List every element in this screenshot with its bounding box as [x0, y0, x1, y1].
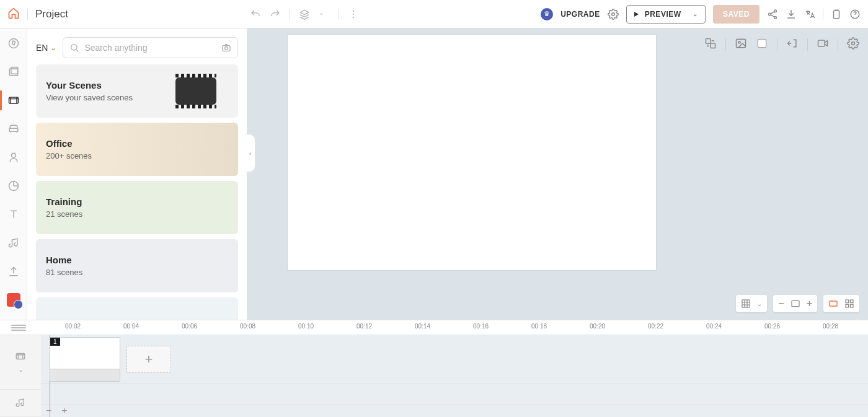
translate-icon[interactable] — [804, 9, 815, 20]
clipboard-icon[interactable] — [831, 9, 842, 20]
share-icon[interactable] — [767, 9, 778, 20]
furniture-icon[interactable] — [6, 121, 21, 136]
scene-category-list[interactable]: Your Scenes View your saved scenes Offic… — [27, 64, 247, 320]
svg-rect-30 — [846, 304, 849, 307]
ruler-tick: 00:28 — [823, 323, 838, 330]
scene-clip-1[interactable]: 1 — [50, 337, 120, 382]
divider — [27, 9, 28, 20]
search-box[interactable] — [63, 37, 238, 58]
upgrade-button[interactable]: UPGRADE — [560, 10, 600, 19]
timeline-ruler[interactable]: 00:0200:0400:0600:0800:1000:1200:1400:16… — [0, 320, 868, 335]
timeline-zoom-in[interactable]: + — [61, 405, 67, 416]
layers-icon[interactable] — [299, 9, 310, 20]
search-input[interactable] — [84, 43, 216, 53]
clip-footer — [50, 369, 120, 381]
compass-icon[interactable] — [6, 36, 21, 51]
upload-icon[interactable] — [6, 264, 21, 279]
card-title: Home — [46, 255, 228, 265]
chevron-down-icon[interactable]: ⌄ — [693, 11, 698, 17]
drag-handle-icon[interactable] — [11, 325, 26, 330]
svg-rect-16 — [223, 46, 230, 51]
background-color-icon[interactable] — [756, 37, 768, 52]
scenes-icon[interactable] — [6, 93, 21, 108]
svg-point-9 — [9, 39, 18, 48]
ruler-tick: 00:22 — [648, 323, 663, 330]
marketplace-icon[interactable] — [6, 292, 21, 307]
more-icon[interactable] — [348, 9, 359, 20]
svg-rect-32 — [16, 353, 25, 359]
scenes-track-icon[interactable] — [15, 351, 26, 362]
svg-rect-23 — [818, 40, 825, 46]
ruler-tick: 00:04 — [123, 323, 139, 330]
zoom-controls[interactable]: − + — [773, 295, 817, 312]
svg-point-4 — [774, 9, 777, 12]
chevron-down-icon: ⌄ — [50, 43, 56, 52]
preview-label: PREVIEW — [645, 10, 681, 19]
canvas[interactable] — [288, 35, 656, 270]
divider — [339, 9, 339, 20]
zoom-in-icon[interactable]: + — [807, 298, 812, 309]
scene-card-office[interactable]: Office 200+ scenes — [36, 123, 238, 176]
timeline-tracks[interactable]: 1 + − + — [41, 335, 868, 417]
collapse-panel-button[interactable]: ‹ — [246, 134, 255, 172]
audio-track[interactable] — [41, 384, 868, 405]
audio-track-icon[interactable] — [15, 397, 26, 408]
language-selector[interactable]: EN ⌄ — [36, 43, 56, 53]
saved-button[interactable]: SAVED — [713, 5, 760, 24]
ruler-tick: 00:06 — [182, 323, 197, 330]
ruler-tick: 00:08 — [240, 323, 255, 330]
svg-rect-11 — [11, 68, 17, 74]
chevron-down-icon[interactable]: ⌄ — [319, 9, 330, 20]
scene-card-home[interactable]: Home 81 scenes — [36, 239, 238, 292]
chevron-down-icon[interactable]: ⌄ — [18, 366, 24, 374]
undo-icon[interactable] — [250, 9, 261, 20]
card-subtitle: 21 scenes — [46, 209, 228, 219]
svg-point-15 — [71, 45, 77, 50]
zoom-out-icon[interactable]: − — [778, 298, 784, 309]
grid-icon — [741, 299, 751, 309]
scene-card-your-scenes[interactable]: Your Scenes View your saved scenes — [36, 64, 238, 118]
ruler-tick: 00:12 — [356, 323, 372, 330]
timeline-zoom-out[interactable]: − — [46, 405, 51, 416]
svg-point-5 — [769, 13, 771, 15]
fit-screen-icon[interactable] — [790, 299, 800, 309]
audio-icon[interactable] — [6, 235, 21, 250]
library-icon[interactable] — [6, 64, 21, 79]
single-view-icon[interactable] — [828, 299, 838, 309]
view-mode-toggle[interactable] — [823, 295, 859, 312]
scene-card-training[interactable]: Training 21 scenes — [36, 181, 238, 234]
project-title[interactable]: Project — [35, 8, 68, 20]
grid-dropdown[interactable]: ⌄ — [736, 295, 767, 312]
card-subtitle: 200+ scenes — [46, 151, 228, 160]
scene-card-travel[interactable]: Travel — [36, 297, 238, 320]
enter-icon[interactable] — [786, 37, 799, 52]
play-icon — [634, 12, 639, 17]
replace-scenes-icon[interactable] — [704, 37, 717, 52]
character-icon[interactable] — [6, 150, 21, 165]
svg-point-21 — [738, 42, 740, 43]
language-label: EN — [36, 43, 48, 53]
video-icon[interactable] — [817, 37, 829, 52]
card-title: Travel — [46, 318, 228, 320]
download-icon[interactable] — [786, 9, 797, 20]
text-icon[interactable] — [6, 207, 21, 222]
background-image-icon[interactable] — [735, 37, 747, 52]
svg-rect-26 — [792, 301, 799, 306]
ruler-tick: 00:14 — [415, 323, 430, 330]
svg-point-0 — [353, 10, 354, 11]
timeline-zoom-controls: − + — [41, 405, 868, 417]
add-scene-button[interactable]: + — [126, 346, 171, 373]
svg-rect-20 — [737, 39, 746, 47]
ruler-tick: 00:26 — [764, 323, 780, 330]
camera-icon[interactable] — [221, 43, 231, 53]
ruler-tick: 00:18 — [531, 323, 547, 330]
grid-view-icon[interactable] — [844, 299, 854, 309]
home-icon[interactable] — [7, 7, 20, 22]
divider — [823, 9, 823, 20]
preview-button[interactable]: PREVIEW ⌄ — [626, 5, 706, 24]
help-icon[interactable] — [849, 9, 861, 20]
chart-icon[interactable] — [6, 178, 21, 193]
redo-icon[interactable] — [270, 9, 281, 20]
settings-icon[interactable] — [608, 9, 619, 20]
gear-icon[interactable] — [847, 37, 859, 52]
